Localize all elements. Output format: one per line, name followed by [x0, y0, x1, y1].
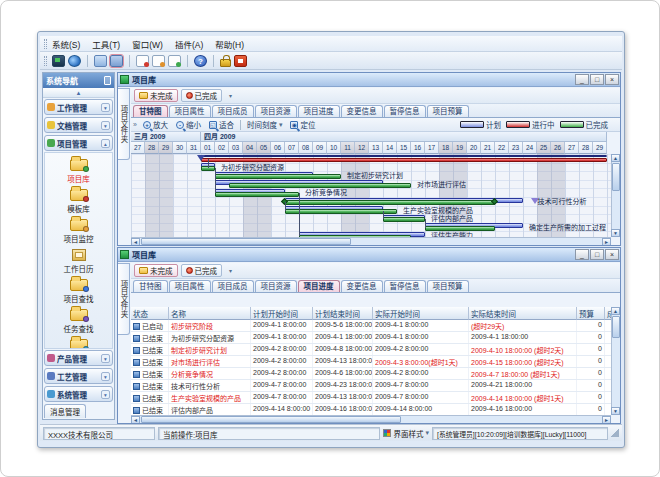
- table-row[interactable]: 已结束制定初步研究计划2009-4-2 8:00:002009-4-8 18:0…: [131, 344, 611, 356]
- close-button[interactable]: ×: [605, 249, 619, 260]
- gantt-window-titlebar[interactable]: 项目库 _ □ ×: [118, 73, 620, 87]
- gantt-bar-inprogress[interactable]: [201, 158, 607, 162]
- lock-icon[interactable]: [220, 59, 231, 67]
- scroll-right-icon[interactable]: ►: [602, 238, 611, 246]
- gantt-v-scrollbar[interactable]: ▲ ▼: [611, 154, 620, 237]
- column-header-预算[interactable]: 预算: [577, 307, 605, 320]
- exit-icon[interactable]: [234, 55, 247, 67]
- filter-button-未完成[interactable]: 未完成: [134, 89, 178, 102]
- maximize-button[interactable]: □: [590, 74, 604, 85]
- page-green-icon[interactable]: [168, 55, 181, 67]
- save-icon[interactable]: [110, 55, 123, 67]
- column-header-实际开始时间[interactable]: 实际开始时间: [373, 307, 469, 320]
- gantt-chart-area[interactable]: 为初步研究分配资源制定初步研究计划对市场进行评估分析竞争情况技术可行性分析生产实…: [131, 154, 611, 237]
- sidebar-group-工艺管理[interactable]: 工艺管理▾: [44, 368, 113, 384]
- sidebar-item-项目监控[interactable]: 项目监控: [45, 215, 112, 244]
- tab-项目进度[interactable]: 项目进度: [298, 105, 340, 117]
- gantt-bar-actual[interactable]: [229, 183, 411, 188]
- scroll-thumb[interactable]: [612, 163, 620, 191]
- table-window-titlebar[interactable]: 项目库 _ □ ×: [118, 248, 620, 262]
- side-tab-project-folder[interactable]: 项目文件夹: [118, 88, 130, 160]
- menu-item[interactable]: 插件(A): [175, 38, 203, 50]
- scroll-thumb[interactable]: [612, 316, 620, 338]
- tab-暂停信息[interactable]: 暂停信息: [384, 105, 426, 117]
- chevron-toggle-icon[interactable]: ▾: [101, 354, 110, 363]
- filter-button-未完成[interactable]: 未完成: [134, 264, 178, 277]
- gantt-bar-plan[interactable]: [201, 155, 607, 157]
- chevron-toggle-icon[interactable]: ▾: [101, 121, 110, 130]
- column-header-计划结束时间[interactable]: 计划结束时间: [313, 307, 373, 320]
- table-v-scrollbar[interactable]: ▲ ▼: [611, 307, 620, 415]
- page-red-icon[interactable]: [136, 55, 149, 67]
- tab-message-management[interactable]: 消息管理: [44, 404, 113, 418]
- chevron-toggle-icon[interactable]: ▾: [101, 103, 110, 112]
- help-icon[interactable]: [194, 55, 207, 67]
- sidebar-group-工作管理[interactable]: 工作管理▾: [44, 99, 113, 115]
- menu-item[interactable]: 帮助(H): [215, 38, 244, 50]
- side-tab-project-folder[interactable]: 项目文件夹: [118, 263, 130, 335]
- menu-item[interactable]: 工具(T): [92, 38, 120, 50]
- chevron-toggle-icon[interactable]: ▾: [101, 372, 110, 381]
- minimize-button[interactable]: _: [575, 74, 589, 85]
- table-row[interactable]: 已启动初步研究阶段2009-4-1 8:00:002009-5-6 18:00:…: [131, 320, 611, 332]
- column-header-实际结束时间[interactable]: 实际结束时间: [469, 307, 577, 320]
- scroll-thumb[interactable]: [141, 416, 401, 423]
- tab-项目预算[interactable]: 项目预算: [427, 280, 469, 292]
- sidebar-group-项目管理[interactable]: 项目管理▴: [44, 135, 113, 151]
- monitor-icon[interactable]: [52, 55, 65, 67]
- sidebar-item-工作日历[interactable]: 工作日历: [45, 245, 112, 274]
- maximize-button[interactable]: □: [590, 249, 604, 260]
- table-row[interactable]: 已结束对市场进行评估2009-4-2 8:00:002009-4-13 18:0…: [131, 356, 611, 368]
- tab-项目进度[interactable]: 项目进度: [298, 280, 340, 292]
- scroll-down-icon[interactable]: ▼: [611, 407, 620, 415]
- gantt-h-scrollbar[interactable]: ◄ ►: [131, 237, 611, 245]
- locate-button[interactable]: ◉定位: [288, 119, 317, 130]
- tab-甘特图[interactable]: 甘特图: [133, 105, 168, 117]
- folder-icon[interactable]: [94, 55, 107, 67]
- table-row[interactable]: 已结束技术可行性分析2009-4-7 8:00:002009-4-23 18:0…: [131, 380, 611, 392]
- filter-overflow-icon[interactable]: ▾: [225, 90, 236, 102]
- sidebar-item-项目查找[interactable]: 项目查找: [45, 275, 112, 304]
- zoom-out-button[interactable]: -缩小: [174, 119, 203, 130]
- chevron-toggle-icon[interactable]: ▾: [101, 390, 110, 399]
- scroll-left-icon[interactable]: ◄: [131, 238, 140, 246]
- pin-icon[interactable]: [104, 76, 111, 85]
- filter-overflow-icon[interactable]: ▾: [225, 265, 236, 277]
- sidebar-item-项目文档查找[interactable]: 项目文档查找: [45, 335, 112, 349]
- filter-button-已完成[interactable]: 已完成: [181, 264, 223, 277]
- column-header-计划开始时间[interactable]: 计划开始时间: [251, 307, 313, 320]
- fit-button[interactable]: ◱适合: [207, 119, 236, 130]
- sidebar-item-任务查找[interactable]: 任务查找: [45, 305, 112, 334]
- menu-item[interactable]: 窗口(W): [132, 38, 163, 50]
- table-row[interactable]: 已结束生产实验室规模的产品2009-4-7 8:00:002009-4-13 1…: [131, 392, 611, 404]
- gantt-bar-actual[interactable]: [215, 174, 341, 179]
- tab-项目属性[interactable]: 项目属性: [169, 105, 211, 117]
- sidebar-group-产品管理[interactable]: 产品管理▾: [44, 350, 113, 366]
- tab-甘特图[interactable]: 甘特图: [133, 280, 168, 292]
- table-row[interactable]: 已结束为初步研究分配资源2009-4-1 8:00:002009-4-1 18:…: [131, 332, 611, 344]
- scroll-thumb[interactable]: [141, 238, 351, 245]
- table-row[interactable]: 已结束评估内部产品2009-4-14 8:00:002009-4-16 18:0…: [131, 404, 611, 415]
- globe-icon[interactable]: [68, 55, 81, 67]
- gantt-bar-actual[interactable]: [215, 192, 299, 197]
- chevron-toggle-icon[interactable]: ▴: [101, 139, 110, 148]
- ui-style-button[interactable]: 界面样式 ▾: [383, 428, 429, 439]
- tab-项目属性[interactable]: 项目属性: [169, 280, 211, 292]
- column-header-状态[interactable]: 状态: [131, 307, 169, 320]
- filter-button-已完成[interactable]: 已完成: [181, 89, 223, 102]
- sidebar-item-模板库[interactable]: 模板库: [45, 185, 112, 214]
- scroll-left-icon[interactable]: ◄: [131, 416, 140, 424]
- table-h-scrollbar[interactable]: ◄ ►: [131, 415, 611, 423]
- scroll-up-icon[interactable]: ▲: [611, 154, 620, 162]
- sidebar-group-文档管理[interactable]: 文档管理▾: [44, 117, 113, 133]
- tab-项目成员[interactable]: 项目成员: [212, 280, 254, 292]
- overflow-chevron-icon[interactable]: »: [133, 121, 137, 128]
- zoom-in-button[interactable]: +放大: [141, 119, 170, 130]
- tab-暂停信息[interactable]: 暂停信息: [384, 280, 426, 292]
- tab-项目资源[interactable]: 项目资源: [255, 280, 297, 292]
- column-header-名称[interactable]: 名称: [169, 307, 251, 320]
- scroll-right-icon[interactable]: ►: [602, 416, 611, 424]
- gantt-bar-actual[interactable]: [285, 209, 397, 214]
- time-scale-button[interactable]: 时间刻度▾: [245, 119, 285, 130]
- menu-item[interactable]: 系统(S): [52, 38, 80, 50]
